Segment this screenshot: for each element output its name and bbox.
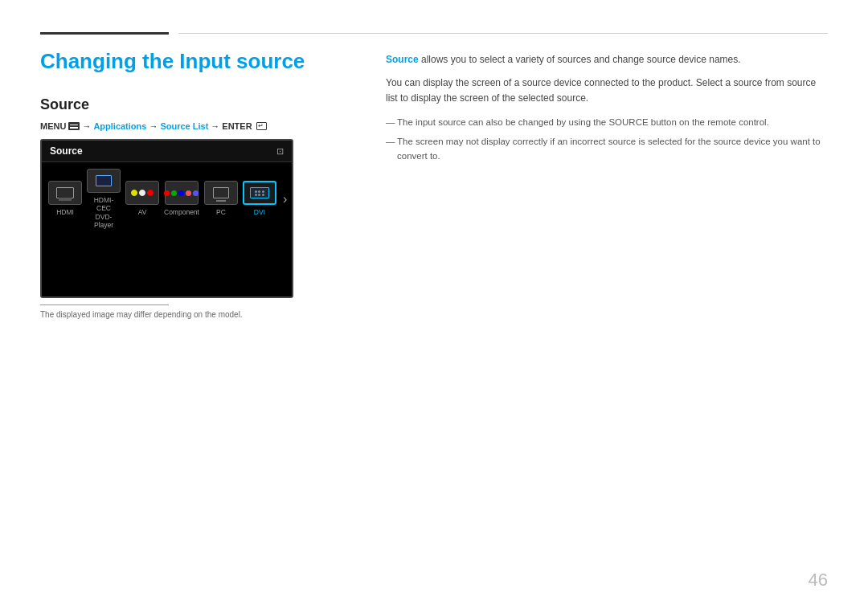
page-title: Changing the Input source (40, 49, 354, 74)
pc-icon-box (204, 181, 238, 205)
menu-icon (68, 122, 80, 130)
right-column: Source allows you to select a variety of… (386, 49, 828, 319)
source-list-link: Source List (160, 121, 208, 131)
dvi-dot-1 (255, 190, 257, 193)
para1-rest: allows you to select a variety of source… (419, 54, 741, 65)
source-item-pc[interactable]: PC (204, 181, 238, 216)
comp-dot-r2 (186, 190, 191, 196)
page-container: Changing the Input source Source MENU → … (0, 0, 868, 613)
enter-label: ENTER (222, 121, 252, 131)
right-note-1: The input source can also be changed by … (386, 115, 828, 129)
hdmi-cec-label: HDMI-CECDVD-Player (87, 196, 121, 229)
av-dot-white (139, 190, 145, 196)
av-icon-box (125, 181, 159, 205)
hdmi-shape (56, 187, 74, 198)
dvi-dots (255, 190, 264, 197)
dvi-dot-5 (258, 194, 260, 196)
dvi-dot-4 (255, 194, 257, 196)
source-empty-area (42, 240, 292, 296)
source-item-hdmi-cec[interactable]: HDMI-CECDVD-Player (87, 169, 121, 229)
source-arrow-icon[interactable]: › (283, 192, 287, 206)
av-label: AV (138, 208, 147, 216)
comp-dots (164, 190, 199, 196)
component-icon-box (165, 181, 199, 205)
dvi-dot-2 (258, 190, 260, 193)
av-dot-yellow (131, 190, 137, 196)
note1-bold: SOURCE (608, 117, 648, 127)
content-layout: Changing the Input source Source MENU → … (40, 49, 828, 319)
applications-link: Applications (93, 121, 146, 131)
comp-dot-b2 (193, 190, 199, 196)
hdmi-cec-shape (96, 175, 112, 186)
top-line-light (178, 33, 828, 34)
right-note-2: The screen may not display correctly if … (386, 134, 828, 164)
arrow-3: → (211, 121, 219, 131)
menu-label: MENU (40, 121, 66, 131)
page-number: 46 (809, 570, 828, 591)
arrow-1: → (82, 121, 91, 131)
source-header: Source ⊡ (42, 141, 292, 162)
footnote-text: The displayed image may differ depending… (40, 310, 354, 319)
arrow-2: → (149, 121, 158, 131)
comp-dot-b (178, 190, 184, 196)
left-column: Changing the Input source Source MENU → … (40, 49, 354, 319)
source-item-component[interactable]: Component (164, 181, 199, 216)
source-item-hdmi[interactable]: HDMI (48, 181, 82, 216)
component-label: Component (164, 208, 199, 216)
enter-icon (256, 122, 267, 130)
dvi-dot-6 (262, 194, 264, 196)
source-item-dvi[interactable]: DVI (243, 181, 276, 216)
right-para-1: Source allows you to select a variety of… (386, 52, 828, 67)
dvi-label: DVI (254, 208, 265, 216)
source-header-title: Source (50, 145, 83, 157)
source-screen: Source ⊡ HDMI (40, 139, 293, 298)
top-line-dark (40, 32, 169, 35)
footnote-divider (40, 304, 169, 305)
top-lines (40, 32, 828, 35)
source-word: Source (386, 54, 419, 65)
section-heading: Source (40, 96, 354, 113)
dvi-dot-3 (262, 190, 264, 193)
hdmi-cec-icon-box (87, 169, 121, 193)
pc-shape (213, 187, 229, 198)
note1-suffix: button on the remote control. (649, 117, 769, 127)
hdmi-icon-box (48, 181, 82, 205)
comp-dot-r (164, 190, 170, 196)
dvi-shape (250, 187, 269, 198)
av-dot-red (147, 190, 154, 196)
menu-path: MENU → Applications → Source List → ENTE… (40, 121, 354, 131)
source-items: HDMI HDMI-CECDVD-Player (42, 162, 292, 240)
comp-dot-g (171, 190, 177, 196)
av-dots (131, 190, 154, 196)
note1-prefix: The input source can also be changed by … (397, 117, 608, 127)
pc-label: PC (216, 208, 226, 216)
hdmi-label: HDMI (56, 208, 74, 216)
right-para-2: You can display the screen of a source d… (386, 76, 828, 106)
source-header-icon: ⊡ (276, 146, 284, 157)
dvi-icon-box (243, 181, 276, 205)
source-item-av[interactable]: AV (125, 181, 159, 216)
